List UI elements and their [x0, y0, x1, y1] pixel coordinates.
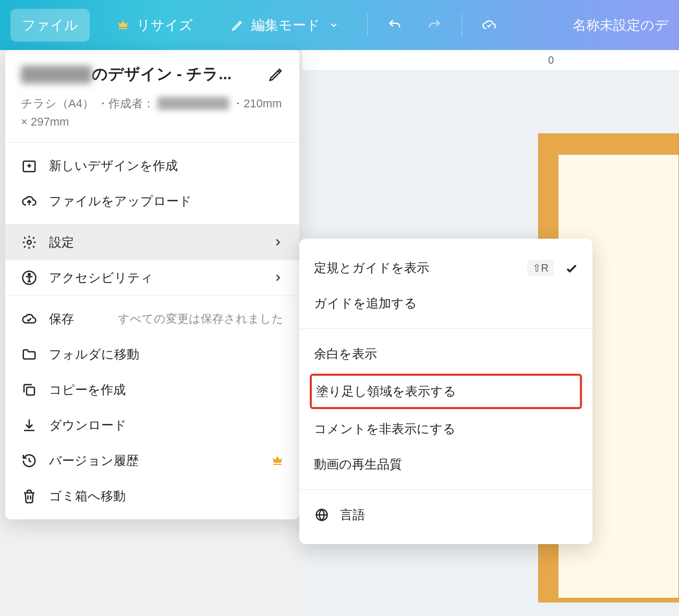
horizontal-ruler: 0	[302, 50, 679, 71]
chevron-right-icon	[272, 272, 284, 284]
highlight-box: 塗り足し領域を表示する	[310, 374, 582, 409]
globe-icon	[314, 507, 330, 523]
dropdown-header: ██████ のデザイン - チラ... チラシ（A4） ・作成者： █████…	[5, 50, 299, 143]
menu-new-design[interactable]: 新しいデザインを作成	[5, 148, 299, 183]
design-title-suffix: のデザイン - チラ...	[92, 64, 232, 85]
menu-label: アクセシビリティ	[49, 269, 261, 286]
crown-icon	[271, 454, 284, 467]
submenu-divider	[299, 489, 592, 490]
design-title: ██████ のデザイン - チラ...	[21, 64, 261, 85]
menu-save[interactable]: 保存 すべての変更は保存されました	[5, 301, 299, 337]
resize-label: リサイズ	[137, 16, 193, 34]
menu-label: フォルダに移動	[49, 346, 284, 363]
undo-button[interactable]	[382, 10, 407, 40]
menu-download[interactable]: ダウンロード	[5, 408, 299, 443]
submenu-label: コメントを非表示にする	[314, 421, 578, 437]
top-toolbar: ファイル リサイズ 編集モード 名称未設定のデ	[0, 0, 679, 50]
submenu-label: 動画の再生品質	[314, 456, 578, 473]
menu-move-trash[interactable]: ゴミ箱へ移動	[5, 478, 299, 514]
submenu-hide-comments[interactable]: コメントを非表示にする	[299, 411, 592, 447]
menu-label: バージョン履歴	[49, 452, 260, 469]
document-title[interactable]: 名称未設定のデ	[573, 16, 669, 34]
submenu-label: 言語	[340, 507, 578, 523]
redacted-text: ████████	[157, 97, 229, 110]
chevron-down-icon	[326, 18, 341, 32]
ruler-tick: 0	[548, 54, 554, 66]
settings-submenu: 定規とガイドを表示 ⇧R ガイドを追加する 余白を表示 塗り足し領域を表示する …	[299, 239, 592, 544]
accessibility-icon	[21, 269, 38, 286]
edit-mode-button[interactable]: 編集モード	[219, 9, 353, 42]
redo-button[interactable]	[422, 10, 447, 40]
folder-icon	[21, 346, 38, 363]
svg-point-3	[28, 274, 30, 276]
cloud-sync-button[interactable]	[477, 10, 502, 40]
rename-button[interactable]	[268, 67, 284, 82]
history-icon	[21, 452, 38, 469]
menu-settings[interactable]: 設定	[5, 225, 299, 260]
menu-make-copy[interactable]: コピーを作成	[5, 372, 299, 408]
menu-label: 設定	[49, 234, 261, 251]
chevron-right-icon	[272, 237, 284, 248]
toolbar-divider	[367, 14, 368, 36]
menu-move-folder[interactable]: フォルダに移動	[5, 337, 299, 372]
svg-rect-4	[27, 387, 34, 395]
resize-button[interactable]: リサイズ	[104, 9, 204, 42]
undo-icon	[387, 18, 402, 32]
submenu-language[interactable]: 言語	[299, 497, 592, 533]
submenu-add-guide[interactable]: ガイドを追加する	[299, 286, 592, 321]
menu-upload-file[interactable]: ファイルをアップロード	[5, 183, 299, 219]
menu-version-history[interactable]: バージョン履歴	[5, 443, 299, 478]
redo-icon	[427, 18, 442, 32]
cloud-check-icon	[21, 311, 38, 327]
submenu-video-quality[interactable]: 動画の再生品質	[299, 447, 592, 482]
check-icon	[564, 261, 578, 275]
submenu-label: 塗り足し領域を表示する	[316, 383, 576, 400]
menu-label: 新しいデザインを作成	[49, 157, 284, 174]
menu-label: ファイルをアップロード	[49, 193, 284, 210]
submenu-label: ガイドを追加する	[314, 295, 578, 312]
cloud-check-icon	[482, 18, 496, 32]
crown-icon	[116, 18, 130, 32]
submenu-show-bleed[interactable]: 塗り足し領域を表示する	[312, 376, 580, 407]
submenu-label: 定規とガイドを表示	[314, 260, 517, 276]
menu-label: ダウンロード	[49, 417, 284, 434]
save-status-text: すべての変更は保存されました	[118, 311, 284, 327]
gear-icon	[21, 234, 38, 251]
svg-point-1	[27, 241, 31, 245]
menu-accessibility[interactable]: アクセシビリティ	[5, 260, 299, 295]
submenu-label: 余白を表示	[314, 346, 578, 362]
menu-label: 保存	[49, 311, 106, 327]
redacted-text: ██████	[21, 66, 92, 83]
toolbar-divider	[462, 14, 462, 36]
submenu-show-rulers[interactable]: 定規とガイドを表示 ⇧R	[299, 250, 592, 286]
author-label: ・作成者：	[97, 97, 154, 110]
file-menu-label: ファイル	[22, 16, 78, 34]
submenu-show-margins[interactable]: 余白を表示	[299, 336, 592, 372]
menu-label: コピーを作成	[49, 381, 284, 398]
download-icon	[21, 417, 38, 434]
file-dropdown: ██████ のデザイン - チラ... チラシ（A4） ・作成者： █████…	[5, 50, 299, 520]
new-design-icon	[21, 157, 38, 174]
submenu-divider	[299, 328, 592, 329]
file-menu-button[interactable]: ファイル	[10, 9, 90, 42]
cloud-upload-icon	[21, 193, 38, 210]
keyboard-shortcut: ⇧R	[527, 260, 554, 276]
edit-mode-label: 編集モード	[251, 16, 320, 34]
design-type: チラシ（A4）	[21, 97, 94, 110]
design-meta: チラシ（A4） ・作成者： ████████ ・210mm × 297mm	[21, 94, 284, 131]
pencil-icon	[231, 18, 245, 32]
trash-icon	[21, 488, 38, 504]
menu-label: ゴミ箱へ移動	[49, 488, 284, 504]
copy-icon	[21, 381, 38, 398]
